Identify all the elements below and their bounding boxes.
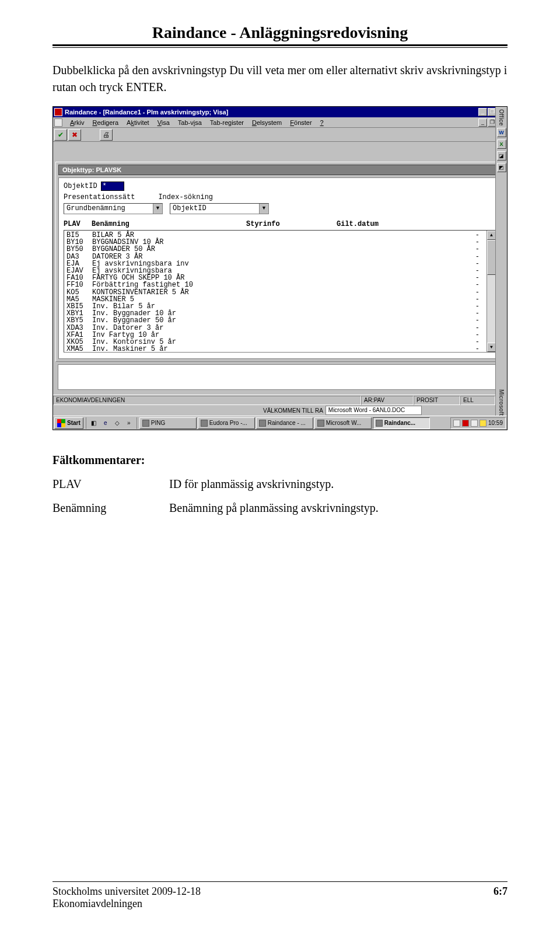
quick-launch-ie-icon[interactable]: e — [100, 418, 111, 428]
start-label: Start — [67, 420, 80, 426]
chevron-down-icon[interactable]: ▼ — [153, 204, 162, 214]
status-welcome: VÄLKOMMEN TILL RA — [263, 407, 323, 414]
table-headers: PLAV Benämning Styrinfo Gilt.datum — [64, 220, 496, 228]
scroll-thumb[interactable] — [487, 240, 496, 275]
task-icon — [317, 420, 324, 427]
minimize-button[interactable]: _ — [478, 108, 487, 116]
menu-fonster[interactable]: Fönster — [286, 118, 316, 127]
work-area: Objekttyp: PLAVSK ObjektID * Presentatio… — [53, 142, 507, 395]
chevron-down-icon[interactable]: ▼ — [259, 204, 268, 214]
empty-panel — [58, 364, 502, 390]
office-excel-icon[interactable]: X — [497, 140, 506, 149]
system-tray[interactable]: 10:59 — [450, 417, 506, 429]
office-app-icon[interactable]: ◩ — [497, 163, 506, 172]
definition-text: ID för planmässig avskrivningstyp. — [169, 477, 508, 491]
mdi-minimize-button[interactable]: _ — [478, 118, 487, 127]
status-org: EKONOMIAVDELNINGEN — [53, 396, 361, 405]
list-item[interactable]: BY50BYGGNADER 50 ÅR- — [66, 246, 484, 253]
start-button[interactable]: Start — [54, 417, 83, 429]
taskbar-task[interactable]: Microsoft W... — [314, 417, 372, 429]
tray-icon[interactable] — [453, 420, 460, 427]
titlebar: Raindance - [Raindance1 - Plm avskrivnin… — [53, 107, 507, 117]
tray-speaker-icon[interactable] — [480, 420, 487, 427]
objektid-field[interactable]: * — [101, 182, 124, 191]
menu-tabvisa[interactable]: Tab-visa — [174, 118, 206, 127]
header-benamning: Benämning — [92, 220, 246, 228]
presentationssatt-label: Presentationssätt — [64, 193, 135, 201]
microsoft-label: Microsoft — [498, 389, 505, 416]
definition-row: BenämningBenämning på planmässing avskri… — [52, 501, 508, 515]
definition-row: PLAVID för planmässig avskrivningstyp. — [52, 477, 508, 491]
header-giltdatum: Gilt.datum — [337, 220, 496, 228]
status-ar: AR:PAV — [361, 396, 414, 405]
task-icon — [376, 420, 383, 427]
doc-title: Raindance - Anläggningsredovisning — [52, 23, 508, 42]
presentationssatt-combo[interactable]: Grundbenämning ▼ — [64, 203, 163, 214]
header-plav: PLAV — [64, 220, 92, 228]
office-word-icon[interactable]: W — [497, 128, 506, 137]
list-content[interactable]: BI5BILAR 5 ÅR-BY10BYGGNADSINV 10 ÅR-BY50… — [64, 231, 487, 352]
office-app-icon[interactable]: ◪ — [497, 151, 506, 161]
list-item[interactable]: XDA3Inv. Datorer 3 år- — [66, 325, 484, 332]
quick-launch-icon[interactable]: ◇ — [112, 418, 123, 428]
indexsokning-combo[interactable]: ObjektID ▼ — [170, 203, 269, 214]
menu-aktivitet[interactable]: Aktivitet — [123, 118, 153, 127]
taskbar-task[interactable]: PING — [139, 417, 197, 429]
list-item[interactable]: DA3DATORER 3 ÅR- — [66, 253, 484, 260]
cancel-button[interactable]: ✖ — [68, 129, 81, 141]
footer-page-number: 6:7 — [494, 885, 508, 898]
list-item[interactable]: KO5KONTORSINVENTARIER 5 ÅR- — [66, 289, 484, 296]
taskbar-task[interactable]: Raindanc... — [373, 417, 430, 429]
taskbar-task[interactable]: Raindance - ... — [256, 417, 313, 429]
tray-icon[interactable] — [462, 420, 469, 427]
quick-launch-more-icon[interactable]: » — [124, 418, 134, 428]
listbox: BI5BILAR 5 ÅR-BY10BYGGNADSINV 10 ÅR-BY50… — [64, 230, 496, 353]
list-item[interactable]: XBY5Inv. Byggnader 50 år- — [66, 317, 484, 324]
windows-logo-icon — [57, 419, 65, 427]
task-icon — [201, 420, 208, 427]
tray-clock: 10:59 — [488, 420, 503, 426]
title-underline — [52, 44, 508, 48]
status-bar: EKONOMIAVDELNINGEN AR:PAV PROSIT ELL ⧉ — [53, 395, 507, 405]
indexsokning-value: ObjektID — [170, 204, 259, 214]
definition-label: PLAV — [52, 477, 169, 491]
footer-department: Ekonomiavdelningen — [52, 898, 508, 910]
taskbar-task[interactable]: Eudora Pro -... — [198, 417, 255, 429]
toolbar: ✔ ✖ 🖨 — [53, 128, 507, 142]
status-prosit: PROSIT — [414, 396, 460, 405]
status-msword: Microsoft Word - 6ANL0.DOC — [326, 406, 422, 415]
office-shortcut-bar: Office W X ◪ ◩ Microsoft — [495, 107, 507, 416]
status-bar-2: VÄLKOMMEN TILL RA Microsoft Word - 6ANL0… — [53, 405, 507, 416]
menu-tabregister[interactable]: Tab-register — [206, 118, 248, 127]
office-label: Office — [498, 109, 505, 125]
scroll-down-button[interactable]: ▼ — [487, 343, 496, 352]
field-comments-heading: Fältkommentarer: — [52, 454, 508, 467]
menu-help[interactable]: ? — [316, 118, 328, 127]
scroll-up-button[interactable]: ▲ — [487, 231, 496, 240]
header-styrinfo: Styrinfo — [246, 220, 337, 228]
window-title: Raindance - [Raindance1 - Plm avskrivnin… — [65, 109, 478, 116]
doc-intro: Dubbelklicka på den avskrivningstyp Du v… — [52, 62, 508, 96]
task-icon — [259, 420, 266, 427]
print-button[interactable]: 🖨 — [100, 129, 113, 141]
definition-text: Benämning på planmässing avskrivningstyp… — [169, 501, 508, 515]
tray-icon[interactable] — [471, 420, 478, 427]
task-icon — [142, 420, 149, 427]
scrollbar[interactable]: ▲ ▼ — [487, 231, 496, 352]
mdi-icon[interactable] — [54, 118, 62, 127]
presentationssatt-value: Grundbenämning — [64, 204, 153, 214]
objekttyp-header: Objekttyp: PLAVSK — [58, 165, 502, 175]
list-item[interactable]: FF10Förbättring fastighet 10- — [66, 281, 484, 288]
list-item[interactable]: XMA5Inv. Maskiner 5 år- — [66, 346, 484, 352]
ok-button[interactable]: ✔ — [54, 129, 67, 141]
quick-launch-icon[interactable]: ◧ — [89, 418, 99, 428]
app-icon — [54, 108, 62, 116]
app-window: Raindance - [Raindance1 - Plm avskrivnin… — [52, 106, 508, 430]
definition-label: Benämning — [52, 501, 169, 515]
menu-arkiv[interactable]: Arkiv — [66, 118, 88, 127]
menu-delsystem[interactable]: Delsystem — [248, 118, 286, 127]
footer-org-date: Stockholms universitet 2009-12-18 — [52, 885, 201, 898]
menu-redigera[interactable]: Redigera — [88, 118, 123, 127]
page-footer: Stockholms universitet 2009-12-18 6:7 Ek… — [52, 881, 508, 910]
menu-visa[interactable]: Visa — [153, 118, 174, 127]
